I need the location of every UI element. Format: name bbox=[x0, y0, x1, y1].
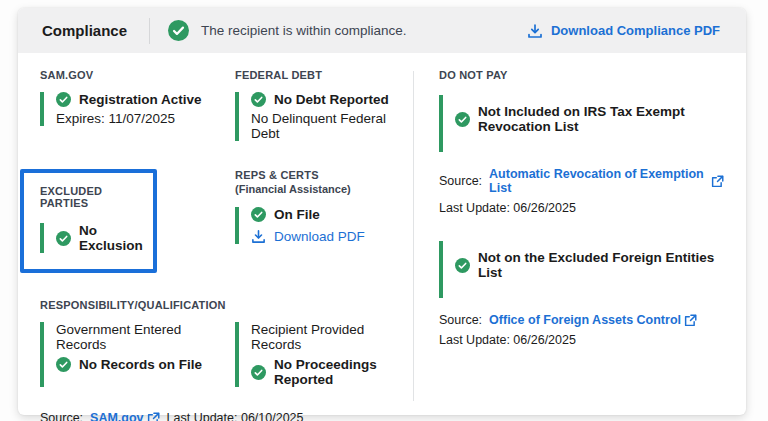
external-link-icon bbox=[147, 412, 160, 421]
panel-header: Compliance The recipient is within compl… bbox=[18, 8, 746, 53]
compliance-status-text: The recipient is within compliance. bbox=[201, 23, 407, 38]
section-excluded-parties-highlight-box: EXCLUDED PARTIES No Exclusion bbox=[20, 169, 157, 273]
excluded-parties-label: EXCLUDED PARTIES bbox=[40, 185, 143, 209]
recipient-provided-records-item: Recipient Provided Records No Proceeding… bbox=[235, 322, 413, 387]
reps-certs-sublabel: (Financial Assistance) bbox=[235, 183, 365, 195]
sam-gov-status: Registration Active bbox=[79, 92, 202, 107]
check-circle-icon bbox=[251, 92, 266, 107]
section-reps-certs: REPS & CERTS (Financial Assistance) On F… bbox=[235, 169, 365, 244]
ofac-link[interactable]: Office of Foreign Assets Control bbox=[489, 313, 697, 327]
sam-gov-source-link-label: SAM.gov bbox=[90, 411, 143, 421]
check-circle-icon bbox=[251, 365, 266, 380]
dnp-irs-last-update: Last Update: 06/26/2025 bbox=[439, 201, 726, 215]
sam-gov-status-item: Registration Active Expires: 11/07/2025 bbox=[40, 92, 235, 126]
reps-certs-status-item: On File Download PDF bbox=[235, 207, 365, 244]
header-divider bbox=[149, 18, 150, 44]
dnp-irs-revocation-item: Not Included on IRS Tax Exempt Revocatio… bbox=[439, 95, 726, 152]
government-entered-records-item: Government Entered Records No Records on… bbox=[40, 322, 235, 387]
dnp-irs-source-line: Source: Automatic Revocation of Exemptio… bbox=[439, 167, 726, 195]
dnp-irs-revocation-status: Not Included on IRS Tax Exempt Revocatio… bbox=[478, 104, 726, 134]
sam-gov-label: SAM.GOV bbox=[40, 69, 235, 81]
download-pdf-label: Download PDF bbox=[274, 229, 365, 244]
do-not-pay-label: DO NOT PAY bbox=[439, 69, 726, 81]
responsibility-label: RESPONSIBILITY/QUALIFICATION bbox=[40, 299, 413, 311]
automatic-revocation-link-label: Automatic Revocation of Exemption List bbox=[489, 167, 708, 195]
sam-gov-detail: Expires: 11/07/2025 bbox=[56, 111, 235, 126]
dnp-foreign-entities-status: Not on the Excluded Foreign Entities Lis… bbox=[478, 250, 726, 280]
ofac-link-label: Office of Foreign Assets Control bbox=[489, 313, 681, 327]
download-compliance-pdf-link[interactable]: Download Compliance PDF bbox=[527, 23, 720, 39]
spacer bbox=[439, 215, 726, 241]
federal-debt-status: No Debt Reported bbox=[274, 92, 389, 107]
federal-debt-status-item: No Debt Reported No Delinquent Federal D… bbox=[235, 92, 413, 141]
federal-debt-label: FEDERAL DEBT bbox=[235, 69, 413, 81]
sam-gov-source-link[interactable]: SAM.gov bbox=[90, 411, 159, 421]
section-responsibility: RESPONSIBILITY/QUALIFICATION Government … bbox=[40, 299, 413, 387]
download-pdf-link[interactable]: Download PDF bbox=[251, 229, 365, 244]
row-excluded-reps: EXCLUDED PARTIES No Exclusion REPS & CER… bbox=[40, 169, 413, 273]
external-link-icon bbox=[684, 314, 697, 327]
source-prefix: Source: bbox=[439, 313, 482, 327]
federal-debt-detail: No Delinquent Federal Debt bbox=[251, 111, 413, 141]
left-columns: SAM.GOV Registration Active Expires: 11/… bbox=[40, 69, 413, 421]
download-icon bbox=[527, 23, 543, 39]
recipient-provided-records-title: Recipient Provided Records bbox=[251, 322, 413, 352]
panel-body: SAM.GOV Registration Active Expires: 11/… bbox=[18, 53, 746, 421]
dnp-foreign-entities-item: Not on the Excluded Foreign Entities Lis… bbox=[439, 241, 726, 298]
check-circle-icon bbox=[56, 92, 71, 107]
section-sam-gov: SAM.GOV Registration Active Expires: 11/… bbox=[40, 69, 235, 141]
panel-title: Compliance bbox=[42, 22, 127, 39]
dnp-ofac-source-line: Source: Office of Foreign Assets Control bbox=[439, 313, 726, 327]
dnp-ofac-last-update: Last Update: 06/26/2025 bbox=[439, 333, 726, 347]
section-federal-debt: FEDERAL DEBT No Debt Reported No Delinqu… bbox=[235, 69, 413, 141]
recipient-provided-records-status: No Proceedings Reported bbox=[274, 357, 413, 387]
reps-certs-status: On File bbox=[274, 207, 320, 222]
check-circle-icon bbox=[455, 258, 470, 273]
compliance-panel: Compliance The recipient is within compl… bbox=[18, 8, 746, 415]
sam-gov-source-line: Source: SAM.gov Last Update: 06/10/2025 bbox=[40, 411, 413, 421]
reps-certs-label: REPS & CERTS bbox=[235, 169, 365, 181]
download-compliance-pdf-label: Download Compliance PDF bbox=[551, 23, 720, 38]
download-icon bbox=[251, 229, 266, 244]
excluded-parties-status-item: No Exclusion bbox=[40, 223, 143, 253]
source-prefix: Source: bbox=[439, 174, 482, 188]
check-circle-icon bbox=[56, 357, 71, 372]
check-circle-icon bbox=[455, 112, 470, 127]
external-link-icon bbox=[711, 175, 724, 188]
section-do-not-pay: DO NOT PAY Not Included on IRS Tax Exemp… bbox=[414, 69, 726, 421]
automatic-revocation-link[interactable]: Automatic Revocation of Exemption List bbox=[489, 167, 724, 195]
check-circle-icon bbox=[251, 207, 266, 222]
excluded-parties-status: No Exclusion bbox=[79, 223, 143, 253]
check-circle-icon bbox=[168, 20, 189, 41]
check-circle-icon bbox=[56, 231, 71, 246]
government-entered-records-status: No Records on File bbox=[79, 357, 202, 372]
sam-gov-last-update: Last Update: 06/10/2025 bbox=[167, 411, 304, 421]
source-prefix: Source: bbox=[40, 411, 83, 421]
row-sam-debt: SAM.GOV Registration Active Expires: 11/… bbox=[40, 69, 413, 141]
government-entered-records-title: Government Entered Records bbox=[56, 322, 235, 352]
